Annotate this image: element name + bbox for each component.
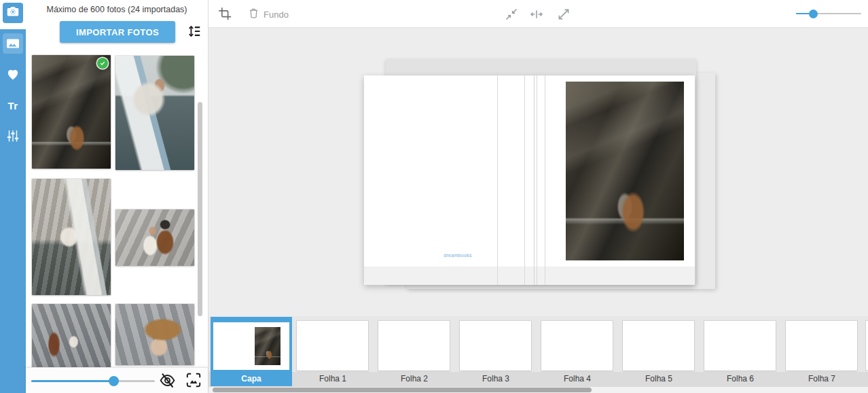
page-item-folha-4[interactable]: Folha 4 — [537, 317, 618, 386]
dreambooks-logo: dreambooks — [431, 253, 485, 258]
page-item-folha-5[interactable]: Folha 5 — [618, 317, 700, 386]
tune-icon — [3, 126, 23, 146]
page-thumbnail — [213, 322, 289, 370]
front-cover-photo[interactable] — [566, 82, 684, 260]
library-photo-hat[interactable] — [115, 304, 194, 365]
sort-photos-button[interactable] — [186, 24, 202, 40]
slider-knob[interactable] — [809, 10, 818, 18]
crop-button[interactable] — [218, 7, 232, 22]
page-label: Folha 4 — [537, 374, 618, 383]
editor-toolbar: Fundo — [209, 0, 868, 28]
page-label: Folha 6 — [700, 374, 781, 383]
capa-thumbnail-photo — [255, 327, 281, 365]
spine-guide-line — [534, 75, 535, 285]
left-rail: Tr — [0, 0, 26, 393]
editor-canvas[interactable]: dreambooks — [209, 28, 868, 316]
page-item-folha-6[interactable]: Folha 6 — [700, 317, 781, 386]
expand-diagonal-icon — [557, 13, 571, 23]
pages-filmstrip: Capa Folha 1 Folha 2 Folha 3 Folha 4 Fol… — [209, 316, 868, 393]
autofill-frame-button[interactable] — [185, 371, 202, 391]
page-label: Folha 7 — [781, 374, 863, 383]
page-item-folha-2[interactable]: Folha 2 — [374, 317, 455, 386]
page-thumbnail — [297, 321, 368, 371]
page-label: Capa — [211, 374, 292, 383]
trash-icon — [248, 7, 259, 21]
sidebar: Tr — [0, 29, 26, 393]
collapse-diagonal-icon — [505, 13, 518, 23]
slider-knob[interactable] — [109, 376, 119, 386]
line-spacing-icon — [187, 31, 202, 41]
sidebar-item-photos[interactable] — [0, 31, 26, 56]
spine-guide-line — [524, 75, 525, 285]
expand-horizontal-icon — [530, 13, 543, 23]
sidebar-item-text[interactable]: Tr — [0, 92, 26, 118]
filmstrip-scrollbar-thumb[interactable] — [213, 388, 592, 392]
photo-panel-bottom-bar — [26, 367, 208, 393]
page-label: Folha 2 — [374, 374, 455, 383]
library-photo-canoe[interactable] — [115, 56, 194, 170]
fit-width-button[interactable] — [530, 7, 543, 23]
library-photo-boat[interactable] — [32, 179, 111, 295]
text-icon-label: Tr — [7, 100, 18, 112]
library-photo-rocks[interactable] — [32, 304, 111, 369]
photo-library-panel: Máximo de 600 fotos (24 importadas) IMPO… — [26, 0, 209, 393]
frame-image-icon — [185, 381, 202, 391]
page-label: Folha 3 — [455, 374, 537, 383]
page-item-capa[interactable]: Capa — [211, 317, 292, 386]
fit-collapse-button[interactable] — [505, 7, 518, 23]
page-item-folha-1[interactable]: Folha 1 — [292, 317, 374, 386]
fit-expand-button[interactable] — [557, 7, 571, 23]
sidebar-item-adjustments[interactable] — [0, 123, 26, 149]
canvas-zoom-slider[interactable] — [796, 7, 861, 20]
crop-icon — [218, 12, 232, 22]
page-thumbnail — [786, 321, 857, 371]
filmstrip-scrollbar — [209, 386, 868, 393]
page-label: Folha 5 — [618, 374, 700, 383]
photobook-editor: Tr Máximo de 600 fotos (24 importadas) I… — [0, 0, 868, 393]
page-thumbnail — [378, 321, 450, 371]
page-label: Folha 1 — [292, 374, 374, 383]
photo-used-badge — [97, 58, 108, 69]
spine-guide-line — [537, 75, 537, 285]
hide-used-photos-button[interactable] — [159, 372, 176, 391]
import-photos-button[interactable]: IMPORTAR FOTOS — [60, 21, 175, 43]
photos-icon — [3, 33, 23, 54]
background-button-label: Fundo — [264, 10, 289, 20]
page-item-folha-7[interactable]: Folha 7 — [781, 317, 863, 386]
page-item-folha-3[interactable]: Folha 3 — [455, 317, 537, 386]
camera-tool-button[interactable] — [3, 3, 23, 23]
thumbnail-size-slider[interactable] — [31, 375, 155, 387]
library-photo-couple[interactable] — [115, 209, 194, 266]
library-photo-cave[interactable] — [32, 55, 111, 169]
page-thumbnail — [623, 321, 694, 371]
cover-spread[interactable]: dreambooks — [364, 75, 695, 285]
heart-icon — [3, 64, 23, 84]
sidebar-item-favorites[interactable] — [0, 61, 26, 87]
eye-off-icon — [159, 381, 176, 391]
spine-guide-line — [545, 75, 545, 285]
page-thumbnail — [460, 321, 531, 371]
page-thumbnail — [704, 321, 776, 371]
page-thumbnail — [541, 321, 613, 371]
spine-guide-line — [497, 75, 498, 285]
text-icon: Tr — [3, 95, 23, 116]
slider-fill — [31, 380, 114, 382]
camera-icon — [5, 4, 20, 22]
background-button[interactable]: Fundo — [248, 6, 289, 22]
photo-count-label: Máximo de 600 fotos (24 importadas) — [26, 5, 208, 14]
photo-panel-scrollbar[interactable] — [198, 102, 202, 316]
